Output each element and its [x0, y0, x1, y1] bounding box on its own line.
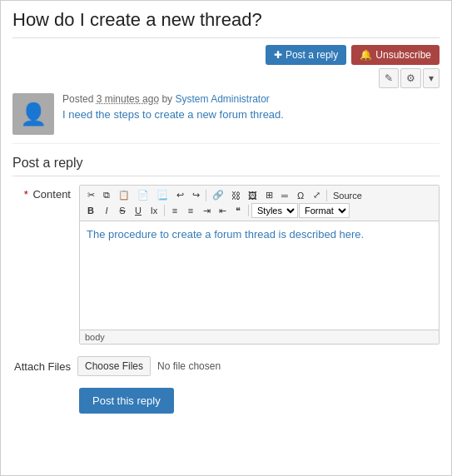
tb-cut[interactable]: ✂ [83, 188, 98, 202]
tb-strikethrough[interactable]: S [115, 204, 130, 217]
tb-link[interactable]: 🔗 [209, 188, 227, 202]
author-link[interactable]: System Administrator [175, 93, 269, 105]
tb-blockquote[interactable]: ❝ [231, 204, 246, 218]
format-select[interactable]: Format [299, 203, 350, 218]
chevron-down-icon: ▾ [429, 72, 434, 84]
section-title: Post a reply [12, 156, 440, 176]
tb-hline[interactable]: ═ [277, 189, 292, 202]
post-this-reply-button[interactable]: Post this reply [79, 388, 174, 414]
tb-underline[interactable]: U [131, 204, 146, 217]
tb-maximize[interactable]: ⤢ [309, 188, 324, 202]
attach-label: Attach Files [12, 360, 71, 373]
top-buttons-row: ✚ Post a reply 🔔 Unsubscribe [266, 45, 440, 65]
tb-sep3 [164, 205, 165, 216]
tb-sep1 [206, 190, 206, 201]
tb-sep4 [248, 205, 249, 216]
gear-icon: ⚙ [406, 72, 415, 84]
tb-indent[interactable]: ⇥ [199, 204, 214, 218]
tb-undo[interactable]: ↩ [172, 188, 187, 202]
tb-paste-word[interactable]: 📃 [153, 188, 171, 202]
editor-content[interactable]: The procedure to create a forum thread i… [80, 221, 439, 330]
post-info: 👤 Posted 3 minutes ago by System Adminis… [12, 93, 440, 144]
tb-table[interactable]: ⊞ [261, 188, 276, 202]
unsubscribe-button[interactable]: 🔔 Unsubscribe [351, 45, 440, 65]
unsubscribe-label: Unsubscribe [375, 49, 431, 61]
tb-ul[interactable]: ≡ [183, 204, 198, 217]
tb-ol[interactable]: ≡ [167, 204, 182, 217]
tb-special-char[interactable]: Ω [293, 189, 308, 202]
content-label-text: Content [32, 188, 71, 201]
post-meta-line: Posted 3 minutes ago by System Administr… [62, 93, 440, 105]
plus-icon: ✚ [274, 49, 282, 61]
choose-files-button[interactable]: Choose Files [77, 356, 151, 376]
toolbar-row2: B I S U Ix ≡ ≡ ⇥ ⇤ ❝ Styles [83, 203, 435, 218]
editor-wrapper: ✂ ⧉ 📋 📄 📃 ↩ ↪ 🔗 ⛓ 🖼 ⊞ ═ Ω [79, 185, 440, 345]
post-content-text: I need the steps to create a new forum t… [62, 108, 440, 121]
edit-icon-button[interactable]: ✎ [379, 68, 399, 88]
by-label: by [161, 93, 172, 105]
tb-paste[interactable]: 📋 [115, 188, 133, 202]
unsubscribe-icon: 🔔 [360, 49, 372, 61]
tb-unlink[interactable]: ⛓ [228, 189, 244, 202]
toolbar-row1: ✂ ⧉ 📋 📄 📃 ↩ ↪ 🔗 ⛓ 🖼 ⊞ ═ Ω [83, 188, 435, 202]
dropdown-icon-button[interactable]: ▾ [423, 68, 440, 88]
post-reply-button[interactable]: ✚ Post a reply [266, 45, 346, 65]
required-star: * [24, 188, 28, 201]
tb-source[interactable]: Source [330, 189, 365, 202]
reply-form: * Content ✂ ⧉ 📋 📄 📃 ↩ ↪ 🔗 ⛓ [12, 185, 440, 414]
content-label: * Content [12, 185, 71, 201]
icon-row: ✎ ⚙ ▾ [379, 68, 440, 88]
user-icon: 👤 [20, 103, 47, 125]
tb-image[interactable]: 🖼 [245, 189, 261, 202]
page-title: How do I create a new thread? [12, 9, 440, 38]
no-file-text: No file chosen [157, 360, 221, 372]
submit-row: Post this reply [12, 388, 440, 414]
tb-bold[interactable]: B [83, 204, 98, 217]
tb-sep2 [326, 190, 327, 201]
avatar: 👤 [12, 93, 54, 135]
content-row: * Content ✂ ⧉ 📋 📄 📃 ↩ ↪ 🔗 ⛓ [12, 185, 440, 345]
post-meta: Posted 3 minutes ago by System Administr… [62, 93, 440, 121]
editor-toolbar: ✂ ⧉ 📋 📄 📃 ↩ ↪ 🔗 ⛓ 🖼 ⊞ ═ Ω [80, 186, 439, 221]
edit-icon: ✎ [385, 72, 393, 84]
gear-icon-button[interactable]: ⚙ [400, 68, 421, 88]
time-ago: 3 minutes ago [97, 93, 159, 105]
tb-outdent[interactable]: ⇤ [215, 204, 230, 218]
tb-italic[interactable]: I [99, 204, 114, 217]
post-reply-label: Post a reply [286, 49, 338, 61]
editor-footer: body [80, 330, 439, 344]
tb-redo[interactable]: ↪ [188, 188, 203, 202]
tb-clear-format[interactable]: Ix [147, 204, 161, 217]
tb-copy[interactable]: ⧉ [99, 188, 114, 202]
tb-paste-text[interactable]: 📄 [134, 188, 152, 202]
attach-row: Attach Files Choose Files No file chosen [12, 356, 440, 376]
styles-select[interactable]: Styles [251, 203, 298, 218]
posted-label: Posted [62, 93, 93, 105]
actions-right: ✚ Post a reply 🔔 Unsubscribe ✎ ⚙ ▾ [12, 45, 440, 88]
